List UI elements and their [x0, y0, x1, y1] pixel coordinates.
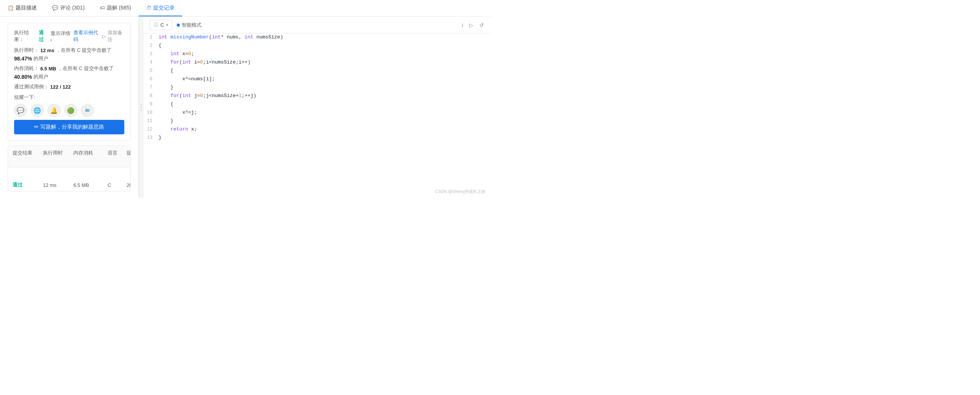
table-row: 通过 12 ms 6.5 MB C 2023/02/25 13:40 ▷ 添加备… [8, 168, 130, 192]
time-percent: 98.47% [14, 56, 32, 62]
submissions-icon: ⏱ [146, 5, 151, 11]
test-label: 通过测试用例： [14, 83, 49, 90]
submission-table: 提交结果 执行用时 内存消耗 语言 提交时间 备注 通过 12 ms 6.5 M… [8, 146, 131, 192]
header-result: 提交结果 [13, 150, 43, 163]
code-line-2: 2 { [143, 42, 490, 50]
reset-button[interactable]: ↺ [479, 22, 484, 28]
execution-label: 执行结果： [14, 29, 36, 43]
toolbar-actions: i ▷ ↺ [462, 22, 484, 28]
code-line-3: 3 int x=0; [143, 50, 490, 59]
view-example-link[interactable]: 查看示例代码 [73, 29, 99, 43]
smart-mode-indicator: 智能模式 [177, 22, 202, 29]
code-line-5: 5 { [143, 67, 490, 75]
watermark: CSDN @Sherry的成长之路 [435, 189, 485, 195]
execution-result-row: 执行结果： 通过 显示详情 › 查看示例代码 ▷ 添加备注 [14, 29, 124, 43]
test-cases-row: 通过测试用例： 122 / 122 [14, 83, 124, 90]
write-solution-button[interactable]: ✏ 写题解，分享我的解题思路 [14, 120, 124, 134]
time-desc: ，在所有 C 提交中击败了 [56, 47, 112, 54]
header-submit-time: 提交时间 [127, 150, 131, 163]
tabs-bar: 📋 题目描述 💬 评论 (301) 🏷 题解 (685) ⏱ 提交记录 [0, 0, 490, 17]
code-area[interactable]: 1 int missingNumber(int* nums, int numsS… [143, 34, 490, 197]
smart-mode-label: 智能模式 [182, 22, 202, 29]
tab-submissions[interactable]: ⏱ 提交记录 [139, 0, 182, 16]
table-header: 提交结果 执行用时 内存消耗 语言 提交时间 备注 [8, 146, 130, 168]
mem-desc: ，在所有 C 提交中击败了 [58, 65, 114, 72]
code-line-12: 12 return x; [143, 126, 490, 134]
linkedin-icon[interactable]: in [81, 104, 94, 117]
time-metric-row: 执行用时： 12 ms ，在所有 C 提交中击败了 98.47% 的用户 [14, 47, 124, 62]
mem-percent: 40.80% [14, 74, 32, 80]
result-card: 执行结果： 通过 显示详情 › 查看示例代码 ▷ 添加备注 执行用时： 12 m… [8, 23, 131, 141]
weibo-icon[interactable]: 🌐 [31, 104, 44, 117]
panel-divider[interactable] [139, 17, 143, 197]
language-label: C [161, 22, 164, 28]
add-note-btn[interactable]: ▷ 添加备注 [102, 29, 124, 43]
mem-label: 内存消耗： [14, 65, 39, 72]
time-label: 执行用时： [14, 47, 39, 54]
code-line-11: 11 } [143, 117, 490, 126]
chevron-down-icon: ▾ [166, 23, 168, 27]
row1-time: 12 ms [43, 182, 73, 188]
mem-value: 6.5 MB [40, 66, 56, 72]
time-suffix: 的用户 [33, 55, 48, 62]
tab-solutions[interactable]: 🏷 题解 (685) [92, 0, 139, 16]
run-button[interactable]: ▷ [469, 22, 473, 28]
smart-mode-dot [177, 24, 180, 27]
code-line-10: 10 x^=j; [143, 109, 490, 117]
comments-icon: 💬 [52, 5, 58, 11]
row1-submit-time: 2023/02/25 13:40 [127, 182, 131, 188]
header-time: 执行用时 [43, 150, 73, 163]
test-value: 122 / 122 [50, 84, 71, 90]
code-line-9: 9 { [143, 101, 490, 109]
main-layout: 执行结果： 通过 显示详情 › 查看示例代码 ▷ 添加备注 执行用时： 12 m… [0, 17, 490, 197]
memory-metric-row: 内存消耗： 6.5 MB ，在所有 C 提交中击败了 40.80% 的用户 [14, 65, 124, 80]
row1-result[interactable]: 通过 [13, 182, 43, 189]
header-lang: 语言 [108, 150, 127, 163]
info-circle-icon: ⓘ [154, 22, 158, 28]
code-line-13: 13 } [143, 134, 490, 142]
solutions-icon: 🏷 [100, 5, 105, 11]
douban-icon[interactable]: 🟢 [64, 104, 77, 117]
tab-comments[interactable]: 💬 评论 (301) [45, 0, 92, 16]
header-mem: 内存消耗 [73, 150, 108, 163]
info-button[interactable]: i [462, 22, 463, 28]
row1-lang: C [108, 182, 127, 188]
show-detail-link[interactable]: 显示详情 › [51, 30, 70, 43]
code-line-8: 8 for(int j=0;j<numsSize+1;++j) [143, 92, 490, 101]
time-value: 12 ms [40, 48, 54, 53]
social-icons-row: 💬 🌐 🔔 🟢 in [14, 104, 124, 117]
left-panel: 执行结果： 通过 显示详情 › 查看示例代码 ▷ 添加备注 执行用时： 12 m… [0, 17, 139, 197]
code-editor-panel: ⓘ C ▾ 智能模式 i ▷ ↺ 1 int missingNumber(int… [143, 17, 490, 197]
share-label: 炫耀一下: [14, 94, 124, 101]
notification-icon[interactable]: 🔔 [48, 104, 60, 117]
code-line-4: 4 for(int i=0;i<numsSize;i++) [143, 59, 490, 67]
execution-pass: 通过 [39, 29, 48, 43]
description-icon: 📋 [8, 5, 14, 11]
tab-description[interactable]: 📋 题目描述 [0, 0, 45, 16]
code-line-7: 7 } [143, 84, 490, 92]
language-selector[interactable]: ⓘ C ▾ [150, 20, 172, 30]
wechat-icon[interactable]: 💬 [14, 104, 27, 117]
code-line-6: 6 x^=nums[i]; [143, 75, 490, 84]
row1-mem: 6.5 MB [73, 182, 108, 188]
mem-suffix: 的用户 [33, 74, 48, 80]
code-line-1: 1 int missingNumber(int* nums, int numsS… [143, 34, 490, 42]
editor-toolbar: ⓘ C ▾ 智能模式 i ▷ ↺ [143, 17, 490, 34]
